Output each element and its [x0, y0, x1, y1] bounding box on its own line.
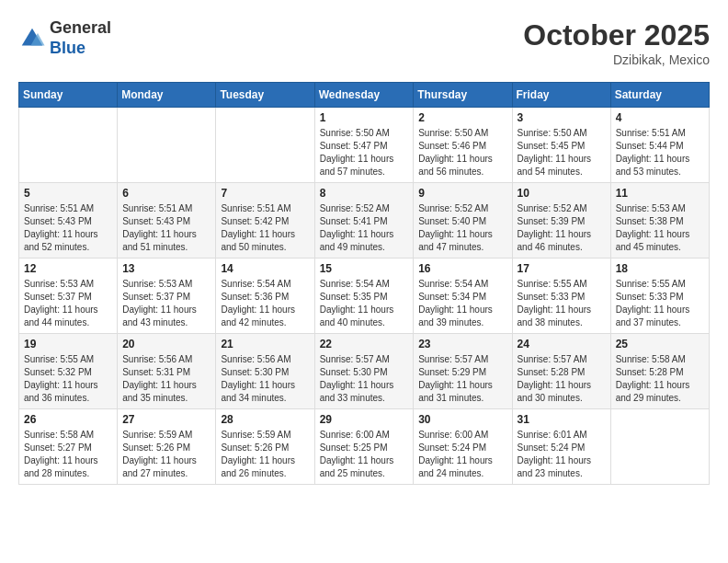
month-title: October 2025 [523, 18, 710, 52]
weekday-header-saturday: Saturday [610, 83, 709, 108]
title-block: October 2025 Dzibikak, Mexico [523, 18, 710, 67]
day-number: 4 [616, 111, 704, 124]
week-row-3: 12Sunrise: 5:53 AM Sunset: 5:37 PM Dayli… [19, 259, 710, 334]
week-row-1: 1Sunrise: 5:50 AM Sunset: 5:47 PM Daylig… [19, 108, 710, 183]
day-info: Sunrise: 5:57 AM Sunset: 5:30 PM Dayligh… [320, 353, 409, 405]
calendar-cell: 18Sunrise: 5:55 AM Sunset: 5:33 PM Dayli… [610, 259, 709, 334]
day-number: 29 [320, 413, 409, 426]
calendar-cell: 12Sunrise: 5:53 AM Sunset: 5:37 PM Dayli… [19, 259, 118, 334]
calendar-cell: 28Sunrise: 5:59 AM Sunset: 5:26 PM Dayli… [216, 409, 314, 485]
day-number: 24 [518, 338, 606, 350]
calendar-cell [216, 108, 314, 183]
day-number: 16 [418, 262, 506, 275]
day-info: Sunrise: 5:54 AM Sunset: 5:35 PM Dayligh… [320, 278, 409, 329]
calendar-cell: 24Sunrise: 5:57 AM Sunset: 5:28 PM Dayli… [512, 334, 610, 409]
day-info: Sunrise: 5:53 AM Sunset: 5:38 PM Dayligh… [616, 202, 704, 254]
calendar-cell: 10Sunrise: 5:52 AM Sunset: 5:39 PM Dayli… [512, 183, 610, 259]
calendar-cell: 15Sunrise: 5:54 AM Sunset: 5:35 PM Dayli… [314, 259, 414, 334]
day-info: Sunrise: 6:01 AM Sunset: 5:24 PM Dayligh… [518, 429, 606, 480]
day-info: Sunrise: 5:58 AM Sunset: 5:27 PM Dayligh… [24, 429, 112, 480]
day-number: 21 [221, 338, 309, 350]
day-info: Sunrise: 5:54 AM Sunset: 5:36 PM Dayligh… [221, 278, 309, 329]
day-info: Sunrise: 5:58 AM Sunset: 5:28 PM Dayligh… [616, 353, 704, 405]
day-number: 1 [320, 111, 409, 124]
day-info: Sunrise: 5:50 AM Sunset: 5:46 PM Dayligh… [418, 127, 506, 178]
day-info: Sunrise: 5:55 AM Sunset: 5:33 PM Dayligh… [518, 278, 606, 329]
day-info: Sunrise: 5:52 AM Sunset: 5:40 PM Dayligh… [418, 202, 506, 254]
calendar-cell: 9Sunrise: 5:52 AM Sunset: 5:40 PM Daylig… [414, 183, 512, 259]
day-info: Sunrise: 5:53 AM Sunset: 5:37 PM Dayligh… [24, 278, 112, 329]
weekday-header-friday: Friday [512, 83, 610, 108]
day-info: Sunrise: 5:52 AM Sunset: 5:39 PM Dayligh… [518, 202, 606, 254]
day-info: Sunrise: 5:50 AM Sunset: 5:47 PM Dayligh… [320, 127, 409, 178]
calendar-cell [118, 108, 216, 183]
day-number: 27 [122, 413, 210, 426]
day-info: Sunrise: 5:55 AM Sunset: 5:33 PM Dayligh… [616, 278, 704, 329]
calendar-cell: 29Sunrise: 6:00 AM Sunset: 5:25 PM Dayli… [314, 409, 414, 485]
day-info: Sunrise: 5:52 AM Sunset: 5:41 PM Dayligh… [320, 202, 409, 254]
day-info: Sunrise: 5:56 AM Sunset: 5:30 PM Dayligh… [221, 353, 309, 405]
calendar-cell: 13Sunrise: 5:53 AM Sunset: 5:37 PM Dayli… [118, 259, 216, 334]
calendar-cell: 5Sunrise: 5:51 AM Sunset: 5:43 PM Daylig… [19, 183, 118, 259]
day-number: 8 [320, 187, 409, 200]
calendar-cell: 20Sunrise: 5:56 AM Sunset: 5:31 PM Dayli… [118, 334, 216, 409]
calendar-cell: 11Sunrise: 5:53 AM Sunset: 5:38 PM Dayli… [610, 183, 709, 259]
calendar-cell [19, 108, 118, 183]
calendar-cell: 31Sunrise: 6:01 AM Sunset: 5:24 PM Dayli… [512, 409, 610, 485]
weekday-header-row: SundayMondayTuesdayWednesdayThursdayFrid… [19, 83, 710, 108]
day-info: Sunrise: 5:51 AM Sunset: 5:42 PM Dayligh… [221, 202, 309, 254]
day-info: Sunrise: 6:00 AM Sunset: 5:24 PM Dayligh… [418, 429, 506, 480]
calendar-cell: 7Sunrise: 5:51 AM Sunset: 5:42 PM Daylig… [216, 183, 314, 259]
day-info: Sunrise: 5:56 AM Sunset: 5:31 PM Dayligh… [122, 353, 210, 405]
day-number: 31 [518, 413, 606, 426]
day-number: 6 [122, 187, 210, 200]
day-info: Sunrise: 5:50 AM Sunset: 5:45 PM Dayligh… [518, 127, 606, 178]
day-number: 18 [616, 262, 704, 275]
day-number: 17 [518, 262, 606, 275]
calendar-table: SundayMondayTuesdayWednesdayThursdayFrid… [18, 82, 710, 485]
day-info: Sunrise: 5:53 AM Sunset: 5:37 PM Dayligh… [122, 278, 210, 329]
calendar-cell: 14Sunrise: 5:54 AM Sunset: 5:36 PM Dayli… [216, 259, 314, 334]
calendar-cell: 8Sunrise: 5:52 AM Sunset: 5:41 PM Daylig… [314, 183, 414, 259]
weekday-header-monday: Monday [118, 83, 216, 108]
day-number: 22 [320, 338, 409, 350]
calendar-cell: 2Sunrise: 5:50 AM Sunset: 5:46 PM Daylig… [414, 108, 512, 183]
day-number: 20 [122, 338, 210, 350]
day-info: Sunrise: 5:57 AM Sunset: 5:29 PM Dayligh… [418, 353, 506, 405]
day-number: 2 [418, 111, 506, 124]
logo-text: General Blue [50, 18, 111, 58]
calendar-cell: 3Sunrise: 5:50 AM Sunset: 5:45 PM Daylig… [512, 108, 610, 183]
weekday-header-wednesday: Wednesday [314, 83, 414, 108]
week-row-4: 19Sunrise: 5:55 AM Sunset: 5:32 PM Dayli… [19, 334, 710, 409]
day-info: Sunrise: 6:00 AM Sunset: 5:25 PM Dayligh… [320, 429, 409, 480]
day-number: 25 [616, 338, 704, 350]
calendar-cell: 16Sunrise: 5:54 AM Sunset: 5:34 PM Dayli… [414, 259, 512, 334]
calendar-cell: 1Sunrise: 5:50 AM Sunset: 5:47 PM Daylig… [314, 108, 414, 183]
day-number: 11 [616, 187, 704, 200]
day-info: Sunrise: 5:57 AM Sunset: 5:28 PM Dayligh… [518, 353, 606, 405]
day-number: 3 [518, 111, 606, 124]
day-info: Sunrise: 5:59 AM Sunset: 5:26 PM Dayligh… [122, 429, 210, 480]
weekday-header-tuesday: Tuesday [216, 83, 314, 108]
weekday-header-sunday: Sunday [19, 83, 118, 108]
day-number: 9 [418, 187, 506, 200]
day-number: 5 [24, 187, 112, 200]
day-number: 23 [418, 338, 506, 350]
calendar-cell: 17Sunrise: 5:55 AM Sunset: 5:33 PM Dayli… [512, 259, 610, 334]
day-info: Sunrise: 5:51 AM Sunset: 5:43 PM Dayligh… [122, 202, 210, 254]
calendar-cell: 19Sunrise: 5:55 AM Sunset: 5:32 PM Dayli… [19, 334, 118, 409]
day-info: Sunrise: 5:59 AM Sunset: 5:26 PM Dayligh… [221, 429, 309, 480]
calendar-cell: 4Sunrise: 5:51 AM Sunset: 5:44 PM Daylig… [610, 108, 709, 183]
weekday-header-thursday: Thursday [414, 83, 512, 108]
week-row-2: 5Sunrise: 5:51 AM Sunset: 5:43 PM Daylig… [19, 183, 710, 259]
logo: General Blue [18, 18, 111, 58]
calendar-cell: 6Sunrise: 5:51 AM Sunset: 5:43 PM Daylig… [118, 183, 216, 259]
calendar-cell: 21Sunrise: 5:56 AM Sunset: 5:30 PM Dayli… [216, 334, 314, 409]
calendar-cell [610, 409, 709, 485]
day-number: 19 [24, 338, 112, 350]
calendar-cell: 22Sunrise: 5:57 AM Sunset: 5:30 PM Dayli… [314, 334, 414, 409]
day-info: Sunrise: 5:51 AM Sunset: 5:44 PM Dayligh… [616, 127, 704, 178]
day-info: Sunrise: 5:51 AM Sunset: 5:43 PM Dayligh… [24, 202, 112, 254]
calendar-cell: 25Sunrise: 5:58 AM Sunset: 5:28 PM Dayli… [610, 334, 709, 409]
day-number: 28 [221, 413, 309, 426]
